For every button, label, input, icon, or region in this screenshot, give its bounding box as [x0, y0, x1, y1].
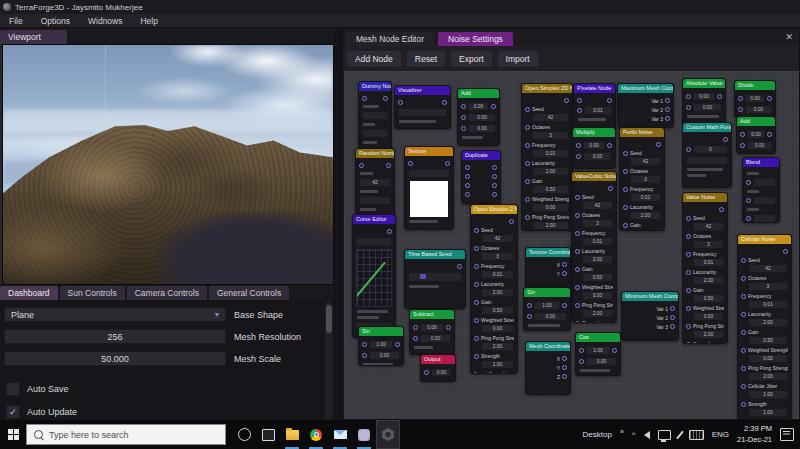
node-add[interactable]: Add0.000.000.00: [457, 88, 500, 146]
node-pin[interactable]: [577, 108, 582, 113]
chrome-button[interactable]: [304, 420, 328, 449]
node-pin[interactable]: [670, 324, 675, 329]
auto-update-checkbox[interactable]: ✓: [6, 405, 20, 419]
node-pin[interactable]: [665, 116, 670, 121]
node-value-box[interactable]: 0.00: [468, 113, 496, 122]
node-value-box[interactable]: 0: [693, 145, 728, 154]
node-pin[interactable]: [362, 96, 367, 101]
param-value-box[interactable]: 3: [532, 131, 569, 140]
pen-icon[interactable]: [676, 430, 684, 439]
param-value-box[interactable]: 0.50: [481, 306, 514, 315]
curve-graph[interactable]: [356, 249, 392, 307]
node-pin[interactable]: [408, 161, 413, 166]
node-value-box[interactable]: 0.00: [420, 334, 451, 343]
node-value-box[interactable]: 0.00: [431, 368, 452, 377]
param-value-box[interactable]: 0.50: [748, 336, 788, 345]
node-pin[interactable]: [575, 231, 580, 236]
node-time-based-seed[interactable]: Time Based Seed: [404, 249, 466, 309]
param-value-box[interactable]: 2.00: [693, 276, 724, 285]
node-pin[interactable]: [525, 125, 530, 130]
param-value-box[interactable]: 0.50: [532, 185, 569, 194]
node-value-box[interactable]: [362, 129, 388, 138]
node-pin[interactable]: [575, 195, 580, 200]
scrollbar-thumb[interactable]: [326, 305, 332, 333]
node-pin[interactable]: [686, 234, 691, 239]
node-value-box[interactable]: [359, 196, 391, 205]
node-pin[interactable]: [474, 354, 479, 359]
node-value-box[interactable]: 1.00: [586, 346, 610, 355]
node-cos[interactable]: Cos1.000.00: [575, 332, 621, 376]
auto-save-checkbox[interactable]: [6, 382, 20, 396]
node-pin[interactable]: [740, 132, 745, 137]
node-pin[interactable]: [577, 98, 582, 103]
node-add[interactable]: Add0.000.00: [736, 116, 776, 154]
param-value-box[interactable]: 42: [748, 264, 788, 273]
network-icon[interactable]: [658, 430, 671, 440]
param-value-box[interactable]: 0.00: [582, 291, 613, 300]
node-pin[interactable]: [783, 249, 788, 254]
param-value-box[interactable]: 2.00: [582, 309, 613, 318]
node-pin[interactable]: [746, 180, 751, 185]
node-pin[interactable]: [612, 348, 617, 353]
language-indicator[interactable]: ENG: [712, 430, 729, 439]
node-pin[interactable]: [461, 115, 466, 120]
node-pin[interactable]: [562, 303, 567, 308]
param-value-box[interactable]: 0.50: [630, 229, 661, 231]
node-pin[interactable]: [492, 183, 497, 188]
node-pin[interactable]: [741, 330, 746, 335]
node-pin[interactable]: [424, 370, 429, 375]
node-pin[interactable]: [442, 100, 447, 105]
param-value-box[interactable]: 3: [748, 282, 788, 291]
node-pin[interactable]: [686, 306, 691, 311]
node-pin[interactable]: [509, 219, 514, 224]
action-center-icon[interactable]: [780, 428, 794, 441]
node-pin[interactable]: [717, 94, 722, 99]
node-valuecubic-noise[interactable]: ValueCubic NoiseSeed42Octaves3Frequency0…: [571, 171, 617, 323]
node-pin[interactable]: [686, 324, 691, 329]
node-pin[interactable]: [670, 315, 675, 320]
node-pin[interactable]: [525, 197, 530, 202]
tab-camera-controls[interactable]: Camera Controls: [127, 286, 207, 300]
photos-button[interactable]: [352, 420, 376, 449]
toolbar-chevron-icon[interactable]: »: [620, 428, 624, 435]
node-open-simplex-2-noise[interactable]: Open Simplex 2 NoiseSeed42Octaves3Freque…: [470, 204, 518, 374]
node-value-box[interactable]: [686, 156, 728, 165]
node-pin[interactable]: [474, 264, 479, 269]
node-pin[interactable]: [492, 165, 497, 170]
menu-options[interactable]: Options: [32, 16, 79, 26]
node-pin[interactable]: [562, 356, 567, 361]
node-pin[interactable]: [398, 100, 403, 105]
node-value-box[interactable]: 1.00: [369, 340, 393, 349]
node-value-box[interactable]: [408, 169, 450, 178]
node-pin[interactable]: [465, 174, 470, 179]
mesh-scale-input[interactable]: 50.000: [4, 351, 226, 366]
node-pin[interactable]: [474, 300, 479, 305]
node-pin[interactable]: [719, 207, 724, 212]
node-visualizer[interactable]: Visualizer: [394, 85, 451, 129]
node-pin[interactable]: [579, 359, 584, 364]
param-value-box[interactable]: 3: [582, 219, 613, 228]
node-cellular-noise[interactable]: Cellular NoiseSeed42Octaves3Frequency0.0…: [737, 234, 792, 419]
node-pin[interactable]: [575, 285, 580, 290]
node-value-box[interactable]: 0.00: [534, 312, 567, 321]
node-pin[interactable]: [362, 353, 367, 358]
task-view-button[interactable]: [256, 420, 280, 449]
node-pin[interactable]: [461, 126, 466, 131]
node-pin[interactable]: [386, 163, 391, 168]
node-pin[interactable]: [741, 384, 746, 389]
node-value-box[interactable]: 0.00: [747, 141, 772, 150]
node-pin[interactable]: [623, 223, 628, 228]
viewport-3d-canvas[interactable]: [2, 44, 334, 285]
node-maximum-mesh-coordinates[interactable]: Maximum Mesh CoordinatesVar 1Var 2Var 3: [617, 83, 674, 128]
tab-general-controls[interactable]: General Controls: [209, 286, 289, 300]
node-pin[interactable]: [607, 143, 612, 148]
tab-mesh-node-editor[interactable]: Mesh Node Editor: [346, 32, 434, 46]
node-pin[interactable]: [362, 342, 367, 347]
menu-help[interactable]: Help: [131, 16, 166, 26]
node-minimum-mesh-coordinates[interactable]: Minimum Mesh CoordinatesVar 1Var 2Var 3: [621, 291, 679, 341]
node-pin[interactable]: [623, 169, 628, 174]
node-sin[interactable]: Sin1.000.00: [523, 287, 571, 331]
node-pin[interactable]: [562, 271, 567, 276]
node-subtract[interactable]: Subtract0.000.00: [409, 309, 455, 355]
node-pin[interactable]: [461, 104, 466, 109]
